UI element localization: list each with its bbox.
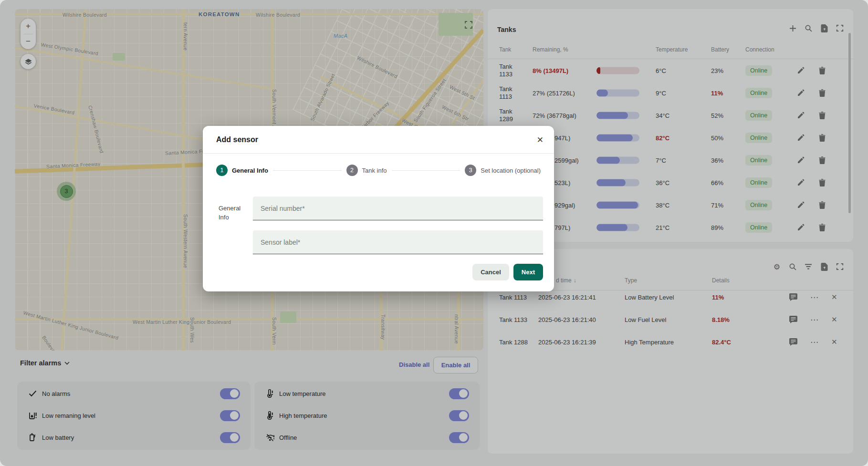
step-1-circle: 1 (216, 165, 228, 176)
serial-number-input[interactable] (253, 197, 543, 220)
step-2-circle: 2 (346, 165, 358, 176)
stepper-connector (273, 170, 342, 171)
step-3-circle: 3 (465, 165, 476, 176)
sensor-label-field[interactable] (253, 230, 543, 254)
sensor-label-input[interactable] (253, 230, 543, 254)
cancel-button[interactable]: Cancel (472, 264, 509, 280)
next-button[interactable]: Next (513, 264, 543, 280)
close-icon[interactable]: ✕ (537, 135, 544, 145)
step-2-label: Tank info (362, 167, 387, 174)
stepper: 1 General Info 2 Tank info 3 Set locatio… (216, 164, 541, 176)
divider (203, 153, 554, 154)
form-section-label: GeneralInfo (219, 204, 252, 222)
add-sensor-modal: Add sensor ✕ 1 General Info 2 Tank info … (203, 126, 554, 291)
step-1-label: General Info (232, 167, 268, 174)
app-window: Wilshire Boulevard KOREATOWN Wilshire Bo… (0, 0, 868, 466)
step-3-label: Set location (optional) (481, 167, 541, 174)
stepper-connector (392, 170, 460, 171)
modal-actions: Cancel Next (472, 264, 543, 280)
serial-number-field[interactable] (253, 197, 543, 220)
modal-title: Add sensor (216, 135, 258, 144)
